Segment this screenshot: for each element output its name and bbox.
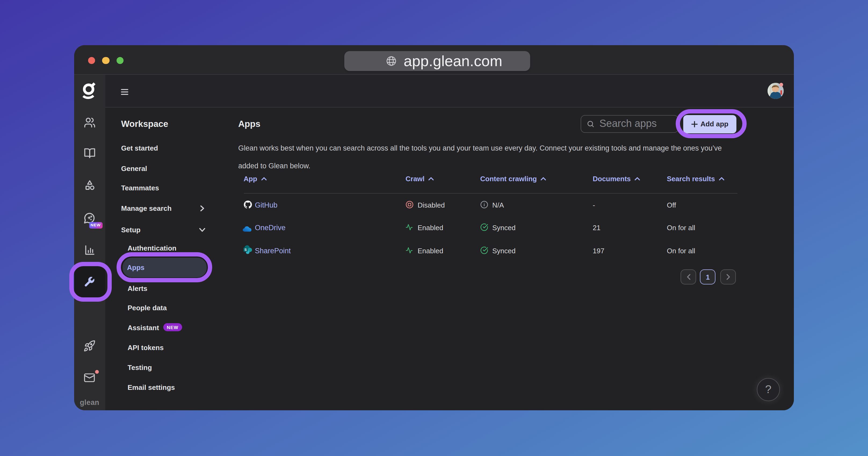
svg-text:S: S: [244, 248, 246, 252]
